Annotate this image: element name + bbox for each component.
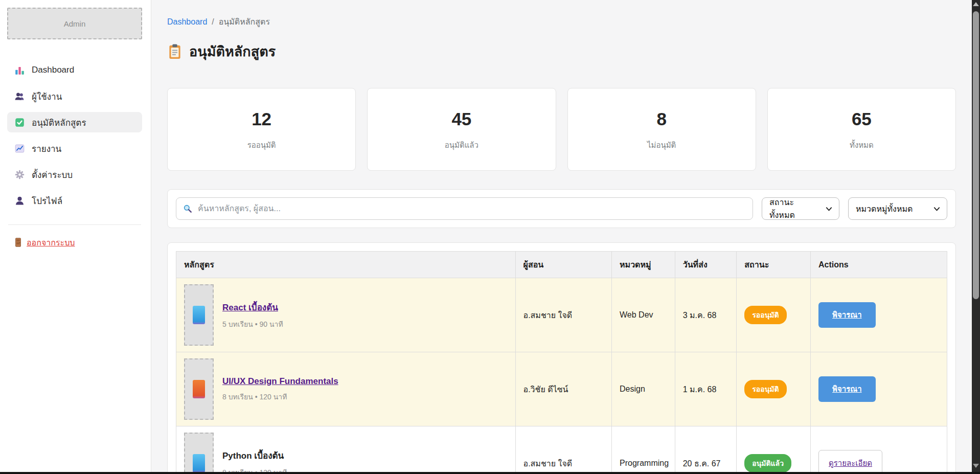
col-header-actions: Actions [811, 252, 947, 278]
category-cell: Programming [612, 426, 675, 474]
sidebar-item-label: โปรไฟล์ [32, 194, 62, 208]
search-box [176, 197, 753, 220]
course-meta: 5 บทเรียน • 90 นาที [222, 319, 283, 330]
stat-value: 65 [852, 110, 872, 128]
gear-icon [14, 169, 25, 180]
table-row-react: React เบื้องต้น 5 บทเรียน • 90 นาที อ.สม… [176, 278, 947, 352]
category-filter-value: หมวดหมู่ทั้งหมด [856, 202, 913, 215]
status-badge: อนุมัติแล้ว [744, 454, 791, 472]
dashboard-icon [14, 65, 25, 76]
approve-check-icon [14, 117, 25, 128]
date-cell: 1 ม.ค. 68 [675, 352, 737, 426]
sidebar-divider [8, 224, 141, 225]
stat-value: 12 [252, 110, 271, 128]
profile-icon [14, 195, 25, 206]
page-title-text: อนุมัติหลักสูตร [189, 40, 276, 62]
sidebar-item-course-approval[interactable]: อนุมัติหลักสูตร [7, 112, 142, 132]
col-header-instructor: ผู้สอน [515, 252, 612, 278]
table-row-python: Python เบื้องต้น 8 บทเรียน • 120 นาที อ.… [176, 426, 947, 474]
main-content: Dashboard/อนุมัติหลักสูตร อนุมัติหลักสูต… [151, 0, 980, 474]
view-details-button[interactable]: ดูรายละเอียด [818, 450, 882, 474]
review-button[interactable]: พิจารณา [818, 376, 876, 402]
category-cell: Web Dev [612, 278, 675, 352]
col-header-category: หมวดหมู่ [612, 252, 675, 278]
date-cell: 3 ม.ค. 68 [675, 278, 737, 352]
status-badge: รออนุมัติ [744, 306, 786, 324]
blue-square-icon [193, 454, 205, 472]
course-title: Python เบื้องต้น [222, 448, 287, 462]
instructor-cell: อ.วิชัย ดีไซน์ [515, 352, 612, 426]
stat-label: รออนุมัติ [247, 139, 276, 151]
course-meta: 8 บทเรียน • 120 นาที [222, 391, 338, 402]
category-cell: Design [612, 352, 675, 426]
sidebar-item-label: ผู้ใช้งาน [32, 89, 62, 103]
sidebar-item-users[interactable]: ผู้ใช้งาน [7, 86, 142, 106]
table-row-uiux: UI/UX Design Fundamentals 8 บทเรียน • 12… [176, 352, 947, 426]
filter-bar: สถานะทั้งหมด หมวดหมู่ทั้งหมด [167, 189, 956, 228]
sidebar-item-label: Dashboard [32, 65, 74, 75]
course-thumbnail [184, 284, 214, 346]
breadcrumb: Dashboard/อนุมัติหลักสูตร [167, 15, 956, 28]
sidebar-item-label: ตั้งค่าระบบ [32, 168, 73, 182]
chevron-down-icon [933, 205, 941, 213]
status-filter-select[interactable]: สถานะทั้งหมด [762, 197, 839, 220]
date-cell: 20 ธ.ค. 67 [675, 426, 737, 474]
sidebar-item-label: อนุมัติหลักสูตร [32, 116, 86, 129]
scrollbar-up-arrow-icon[interactable] [973, 2, 979, 6]
admin-logo: Admin [7, 8, 142, 39]
courses-table: หลักสูตร ผู้สอน หมวดหมู่ วันที่ส่ง สถานะ… [176, 251, 947, 474]
col-header-status: สถานะ [737, 252, 811, 278]
status-badge: รออนุมัติ [744, 380, 786, 398]
page-title: อนุมัติหลักสูตร [167, 40, 956, 62]
course-title-link[interactable]: UI/UX Design Fundamentals [222, 376, 338, 387]
stat-cards: 12 รออนุมัติ 45 อนุมัติแล้ว 8 ไม่อนุมัติ… [167, 88, 956, 171]
sidebar-item-label: รายงาน [32, 142, 61, 155]
col-header-date: วันที่ส่ง [675, 252, 737, 278]
instructor-cell: อ.สมชาย ใจดี [515, 426, 612, 474]
course-thumbnail [184, 358, 214, 420]
scrollbar-thumb[interactable] [973, 11, 979, 299]
instructor-cell: อ.สมชาย ใจดี [515, 278, 612, 352]
sidebar: Admin Dashboard ผู้ใช้งาน อนุมัติหลักสูต… [0, 0, 151, 474]
chevron-down-icon [825, 205, 833, 213]
sidebar-item-reports[interactable]: รายงาน [7, 138, 142, 159]
category-filter-select[interactable]: หมวดหมู่ทั้งหมด [848, 197, 947, 220]
course-title-link[interactable]: React เบื้องต้น [222, 300, 283, 314]
breadcrumb-dashboard-link[interactable]: Dashboard [167, 17, 207, 26]
stat-label: อนุมัติแล้ว [445, 139, 478, 151]
sidebar-item-dashboard[interactable]: Dashboard [7, 60, 142, 80]
stat-card-pending: 12 รออนุมัติ [167, 88, 356, 171]
breadcrumb-separator: / [212, 17, 214, 26]
courses-table-card: หลักสูตร ผู้สอน หมวดหมู่ วันที่ส่ง สถานะ… [167, 242, 956, 474]
status-filter-value: สถานะทั้งหมด [769, 196, 819, 221]
stat-value: 45 [451, 110, 471, 128]
report-chart-icon [14, 143, 25, 154]
course-thumbnail [184, 433, 214, 474]
logout-link[interactable]: ออกจากระบบ [14, 236, 75, 249]
sidebar-item-profile[interactable]: โปรไฟล์ [7, 190, 142, 211]
sidebar-item-settings[interactable]: ตั้งค่าระบบ [7, 164, 142, 185]
scrollbar-down-arrow-icon[interactable] [973, 464, 979, 468]
review-button[interactable]: พิจารณา [818, 302, 876, 328]
users-icon [14, 91, 25, 102]
blue-square-icon [193, 306, 205, 324]
stat-card-rejected: 8 ไม่อนุมัติ [567, 88, 756, 171]
stat-label: ทั้งหมด [850, 139, 874, 151]
clipboard-icon [167, 43, 183, 60]
admin-course-approval-page: Admin Dashboard ผู้ใช้งาน อนุมัติหลักสูต… [0, 0, 980, 474]
stat-label: ไม่อนุมัติ [647, 139, 676, 151]
stat-value: 8 [656, 110, 666, 128]
breadcrumb-current: อนุมัติหลักสูตร [219, 17, 270, 26]
stat-card-total: 65 ทั้งหมด [767, 88, 956, 171]
stat-card-approved: 45 อนุมัติแล้ว [367, 88, 556, 171]
orange-square-icon [193, 380, 205, 398]
page-scrollbar[interactable] [972, 0, 980, 474]
search-input[interactable] [176, 197, 753, 220]
door-icon [14, 237, 22, 247]
col-header-course: หลักสูตร [176, 252, 516, 278]
window-bottom-edge [0, 472, 980, 474]
logout-label: ออกจากระบบ [27, 238, 75, 247]
